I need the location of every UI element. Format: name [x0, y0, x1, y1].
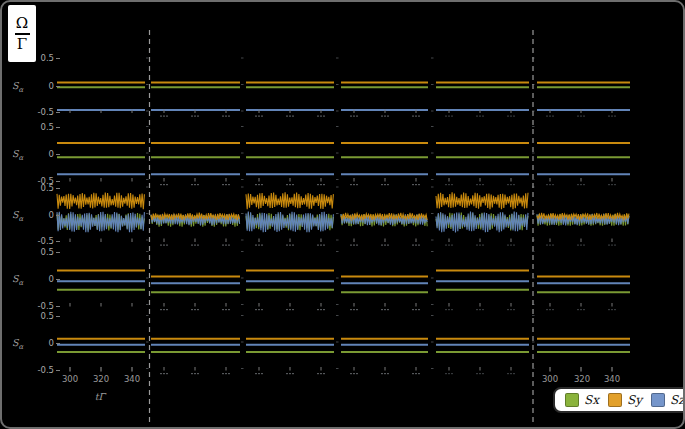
- row-axis-label: Sα: [12, 80, 34, 94]
- x-tick: [550, 367, 551, 372]
- micro-x-label: [289, 245, 291, 246]
- x-tick: [132, 367, 133, 372]
- micro-x-label: [552, 245, 554, 246]
- micro-x-label: [255, 184, 257, 185]
- x-tick: [259, 303, 260, 307]
- omega-gamma-annotation: Ω Γ: [8, 5, 36, 62]
- micro-x-label: [384, 373, 386, 374]
- micro-x-label: [614, 184, 616, 185]
- micro-x-label: [286, 373, 288, 374]
- micro-y-label: [336, 179, 339, 180]
- micro-y-label: [241, 342, 244, 343]
- x-tick: [511, 239, 512, 243]
- micro-x-label: [292, 116, 294, 117]
- legend-item-sx: Sx: [565, 393, 599, 407]
- micro-x-label: [255, 309, 257, 310]
- y-tick-label: -0.5: [20, 365, 54, 375]
- x-tick: [226, 303, 227, 307]
- x-tick: [511, 178, 512, 182]
- x-tick: [164, 239, 165, 243]
- y-tick-label: 0.5: [20, 247, 54, 257]
- x-tick: [581, 239, 582, 243]
- micro-y-label: [241, 315, 244, 316]
- micro-y-label: [146, 126, 149, 127]
- micro-x-label: [222, 184, 224, 185]
- x-tick: [385, 367, 386, 371]
- x-tick: [612, 178, 613, 182]
- micro-y-label: [336, 111, 339, 112]
- x-tick: [101, 239, 102, 243]
- x-tick: [132, 303, 133, 307]
- micro-x-label: [292, 245, 294, 246]
- gamma-symbol: Γ: [17, 36, 27, 53]
- micro-x-label: [163, 245, 165, 246]
- x-tick: [385, 110, 386, 114]
- micro-x-label: [507, 116, 509, 117]
- x-tick: [354, 303, 355, 307]
- micro-x-label: [552, 116, 554, 117]
- x-tick: [550, 303, 551, 307]
- legend-item-sz: Sz: [651, 393, 685, 407]
- micro-x-label: [510, 245, 512, 246]
- micro-x-label: [549, 184, 551, 185]
- micro-x-label: [160, 184, 162, 185]
- x-tick: [449, 239, 450, 243]
- x-tick: [290, 303, 291, 307]
- micro-x-label: [482, 116, 484, 117]
- micro-x-label: [289, 116, 291, 117]
- x-tick: [164, 178, 165, 182]
- micro-x-label: [292, 373, 294, 374]
- x-tick: [354, 239, 355, 243]
- x-tick: [354, 110, 355, 114]
- y-tick-mark: [56, 154, 60, 155]
- micro-x-label: [445, 116, 447, 117]
- x-tick: [511, 367, 512, 371]
- micro-x-label: [194, 116, 196, 117]
- micro-x-label: [479, 373, 481, 374]
- micro-y-label: [336, 213, 339, 214]
- x-tick: [416, 178, 417, 182]
- micro-x-label: [418, 245, 420, 246]
- micro-x-label: [451, 184, 453, 185]
- micro-x-label: [160, 245, 162, 246]
- micro-y-label: [336, 84, 339, 85]
- micro-x-label: [412, 245, 414, 246]
- micro-x-label: [222, 116, 224, 117]
- sy-swatch-icon: [608, 393, 622, 407]
- x-tick: [581, 110, 582, 114]
- micro-x-label: [387, 184, 389, 185]
- micro-y-label: [431, 368, 434, 369]
- x-tick: [416, 110, 417, 114]
- micro-x-label: [577, 116, 579, 117]
- x-tick: [132, 178, 133, 182]
- micro-x-label: [552, 309, 554, 310]
- micro-x-label: [194, 245, 196, 246]
- micro-x-label: [507, 245, 509, 246]
- x-tick: [164, 303, 165, 307]
- micro-x-label: [356, 309, 358, 310]
- micro-x-label: [197, 116, 199, 117]
- y-tick-mark: [56, 181, 60, 182]
- micro-x-label: [418, 184, 420, 185]
- micro-x-label: [476, 245, 478, 246]
- micro-x-label: [222, 245, 224, 246]
- x-tick-label: 300: [538, 374, 562, 384]
- y-tick-mark: [56, 279, 60, 280]
- x-tick: [290, 110, 291, 114]
- micro-x-label: [317, 184, 319, 185]
- micro-x-label: [552, 184, 554, 185]
- micro-x-label: [513, 373, 515, 374]
- micro-x-label: [418, 309, 420, 310]
- micro-x-label: [320, 245, 322, 246]
- micro-x-label: [451, 309, 453, 310]
- x-tick: [290, 239, 291, 243]
- row-axis-label-sub: α: [19, 86, 24, 94]
- micro-y-label: [336, 342, 339, 343]
- micro-y-label: [241, 126, 244, 127]
- micro-y-label: [532, 315, 535, 316]
- micro-y-label: [336, 251, 339, 252]
- micro-y-label: [532, 126, 535, 127]
- micro-x-label: [292, 309, 294, 310]
- micro-y-label: [431, 179, 434, 180]
- micro-x-label: [255, 373, 257, 374]
